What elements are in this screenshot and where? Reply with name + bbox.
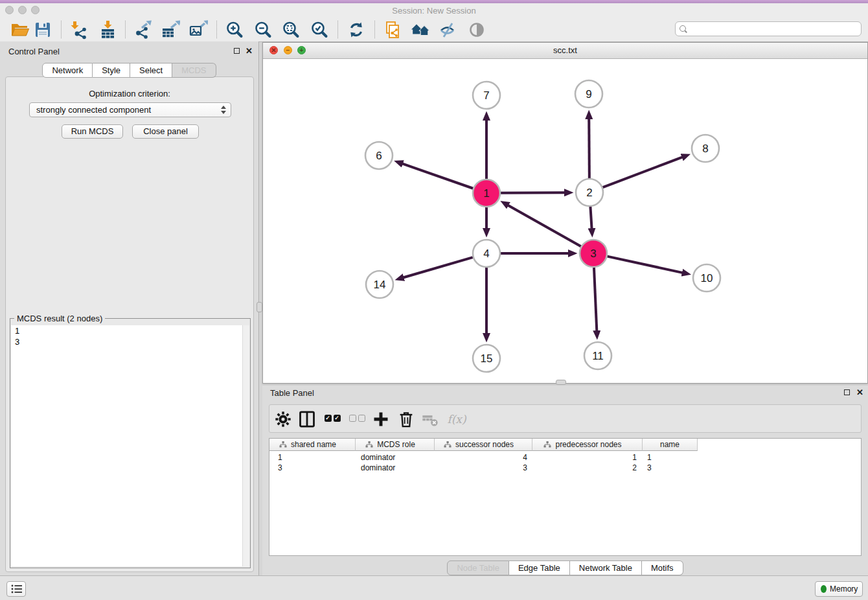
cell-name[interactable]: 3 xyxy=(643,463,698,473)
column-header-name[interactable]: name xyxy=(643,439,698,451)
horizontal-splitter-handle[interactable] xyxy=(556,380,566,385)
cell-mcds-role[interactable]: dominator xyxy=(356,463,435,473)
graph-edge-4-14[interactable] xyxy=(404,257,473,277)
table-header-row: shared name MCDS role successor nodes pr… xyxy=(269,439,698,451)
export-image-icon[interactable] xyxy=(187,19,209,40)
column-type-icon xyxy=(543,441,551,448)
graph-edge-3-11[interactable] xyxy=(594,268,597,331)
node-table: shared name MCDS role successor nodes pr… xyxy=(269,438,862,556)
tab-node-table[interactable]: Node Table xyxy=(447,560,509,575)
result-item[interactable]: 1 xyxy=(11,325,249,336)
graph-node-label: 7 xyxy=(483,89,489,102)
column-header-successor-nodes[interactable]: successor nodes xyxy=(435,439,532,451)
graph-node-label: 11 xyxy=(592,350,604,362)
delete-column-icon[interactable] xyxy=(397,410,417,428)
close-panel-icon[interactable]: ✕ xyxy=(246,47,253,54)
cell-mcds-role[interactable]: dominator xyxy=(356,452,435,463)
zoom-in-icon[interactable] xyxy=(223,19,246,40)
tab-style[interactable]: Style xyxy=(93,63,130,78)
cell-successor-nodes[interactable]: 4 xyxy=(435,452,532,463)
network-title: scc.txt xyxy=(263,45,867,55)
toolbar-separator xyxy=(374,21,375,38)
zoom-out-icon[interactable] xyxy=(252,19,274,40)
table-row[interactable]: 3 dominator 3 2 3 xyxy=(269,463,698,473)
add-column-icon[interactable] xyxy=(372,410,391,428)
result-item[interactable]: 3 xyxy=(11,336,249,347)
tab-network-table[interactable]: Network Table xyxy=(570,560,642,575)
zoom-fit-icon[interactable] xyxy=(280,19,302,40)
zoom-selected-icon[interactable] xyxy=(308,19,330,40)
function-builder-icon[interactable]: f(x) xyxy=(443,410,470,428)
cell-successor-nodes[interactable]: 3 xyxy=(435,463,532,473)
graph-edge-1-6[interactable] xyxy=(402,164,473,189)
search-input[interactable] xyxy=(689,23,860,36)
column-header-predecessor-nodes[interactable]: predecessor nodes xyxy=(532,439,643,451)
graph-edge-1-2[interactable] xyxy=(501,192,565,193)
tab-edge-table[interactable]: Edge Table xyxy=(509,560,570,575)
graph-edge-2-8[interactable] xyxy=(603,157,682,188)
show-all-icon[interactable] xyxy=(466,19,488,40)
tab-motifs[interactable]: Motifs xyxy=(642,560,683,575)
toolbar-separator xyxy=(61,21,62,38)
table-panel-title: Table Panel xyxy=(270,388,314,398)
export-network-icon[interactable] xyxy=(131,19,154,40)
mcds-result-list[interactable]: 1 3 xyxy=(11,325,249,566)
graph-node-label: 3 xyxy=(590,248,596,260)
memory-button[interactable]: Memory xyxy=(815,581,863,597)
table-panel: Table Panel ✕ ✓✓ xyxy=(262,386,868,575)
graph-node-label: 10 xyxy=(701,272,713,284)
float-table-panel-icon[interactable] xyxy=(844,389,850,395)
table-row[interactable]: 1 dominator 4 1 1 xyxy=(269,452,698,463)
select-all-icon[interactable]: ✓✓ xyxy=(323,410,342,428)
graph-node-label: 6 xyxy=(376,150,382,162)
task-history-button[interactable] xyxy=(6,581,26,597)
tab-select[interactable]: Select xyxy=(130,63,172,78)
cell-shared-name[interactable]: 1 xyxy=(269,452,356,463)
import-table-icon[interactable] xyxy=(97,19,119,40)
clone-network-icon[interactable] xyxy=(382,19,404,40)
delete-table-icon[interactable] xyxy=(421,410,440,428)
graph-edge-3-1[interactable] xyxy=(508,205,581,246)
main-toolbar xyxy=(0,18,868,42)
show-columns-icon[interactable] xyxy=(298,410,317,428)
refresh-view-icon[interactable] xyxy=(345,19,367,40)
float-panel-icon[interactable] xyxy=(234,48,240,54)
close-table-panel-icon[interactable]: ✕ xyxy=(856,389,863,396)
scrollbar[interactable] xyxy=(242,325,249,566)
table-toolbar: ✓✓ f(x) xyxy=(269,404,862,433)
graph-node-label: 4 xyxy=(483,248,489,260)
graph-node-label: 1 xyxy=(483,187,489,200)
mcds-panel: Optimization criterion: strongly connect… xyxy=(5,76,254,572)
graph-node-label: 8 xyxy=(702,143,708,155)
save-session-icon[interactable] xyxy=(32,19,54,40)
column-header-mcds-role[interactable]: MCDS role xyxy=(356,439,435,451)
network-canvas[interactable]: 7968124314101511 xyxy=(263,59,867,383)
column-header-shared-name[interactable]: shared name xyxy=(269,439,356,451)
toolbar-separator xyxy=(216,21,217,38)
tab-mcds[interactable]: MCDS xyxy=(172,63,216,78)
toolbar-separator xyxy=(125,21,126,38)
graph-edge-3-10[interactable] xyxy=(607,257,682,273)
optimization-criterion-select[interactable]: strongly connected component xyxy=(29,102,231,117)
home-icon[interactable] xyxy=(409,19,431,40)
graph-edge-2-9[interactable] xyxy=(589,119,589,178)
hide-selected-icon[interactable] xyxy=(437,19,459,40)
tab-network[interactable]: Network xyxy=(42,63,93,78)
cell-predecessor-nodes[interactable]: 1 xyxy=(532,452,643,463)
close-panel-button[interactable]: Close panel xyxy=(132,124,199,139)
open-session-icon[interactable] xyxy=(9,19,31,40)
run-mcds-button[interactable]: Run MCDS xyxy=(62,124,123,139)
unselect-all-icon[interactable] xyxy=(347,410,367,428)
table-options-icon[interactable] xyxy=(274,410,293,428)
cell-shared-name[interactable]: 3 xyxy=(269,463,356,473)
table-panel-tabs: Node Table Edge Table Network Table Moti… xyxy=(262,560,868,575)
cell-predecessor-nodes[interactable]: 2 xyxy=(532,463,643,473)
import-network-icon[interactable] xyxy=(67,19,89,40)
vertical-splitter-handle[interactable] xyxy=(257,302,262,312)
graph-node-label: 9 xyxy=(586,88,591,100)
graph-node-label: 14 xyxy=(374,279,386,291)
session-title: Session: New Session xyxy=(0,6,868,16)
cell-name[interactable]: 1 xyxy=(643,452,698,463)
export-table-icon[interactable] xyxy=(159,19,181,40)
graph-edge-2-3[interactable] xyxy=(590,207,591,229)
